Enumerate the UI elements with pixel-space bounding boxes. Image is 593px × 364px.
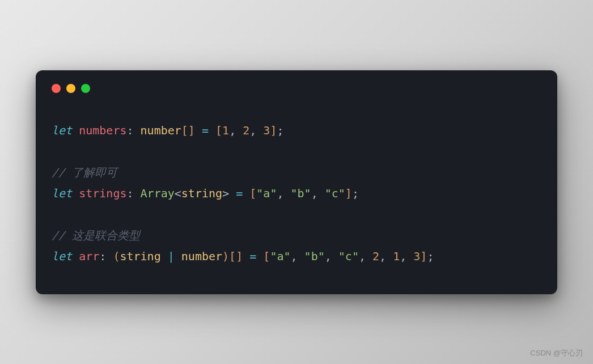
maximize-icon[interactable] (81, 84, 90, 93)
code-line-1: let numbers: number[] = [1, 2, 3]; (52, 124, 284, 137)
type-name: number (181, 249, 222, 263)
bracket-close: ] (270, 124, 277, 137)
code-block: let numbers: number[] = [1, 2, 3]; // 了解… (52, 120, 541, 267)
keyword-let: let (52, 187, 72, 200)
equals: = (243, 249, 263, 263)
identifier: numbers (79, 124, 126, 137)
paren-open: ( (113, 249, 120, 263)
type-name: number (141, 124, 181, 137)
bracket-close: ] (420, 249, 427, 263)
bracket-open: [ (215, 124, 222, 137)
string-literal: "c" (338, 249, 359, 263)
comma: , (325, 249, 338, 263)
equals: = (195, 124, 215, 137)
identifier: strings (79, 187, 126, 200)
paren-close: ) (222, 249, 229, 263)
comma: , (311, 187, 325, 200)
watermark: CSDN @守心刃 (530, 348, 583, 358)
colon: : (126, 124, 140, 137)
pipe: | (161, 249, 181, 263)
colon: : (99, 249, 113, 263)
semicolon: ; (352, 187, 359, 200)
equals: = (229, 187, 249, 200)
comma: , (291, 249, 304, 263)
string-literal: "a" (256, 187, 277, 200)
bracket-close: ] (345, 187, 352, 200)
string-literal: "b" (304, 249, 325, 263)
type-name: string (120, 249, 160, 263)
comma: , (379, 249, 393, 263)
comma: , (249, 124, 263, 137)
number-literal: 2 (372, 249, 379, 263)
type-array: Array (141, 187, 175, 200)
angle-open: < (175, 187, 181, 200)
keyword-let: let (52, 249, 72, 263)
code-window: let numbers: number[] = [1, 2, 3]; // 了解… (36, 70, 557, 294)
array-brackets: [] (181, 124, 195, 137)
string-literal: "c" (325, 187, 345, 200)
bracket-open: [ (263, 249, 270, 263)
comment-line: // 这是联合类型 (52, 228, 140, 242)
comma: , (400, 249, 413, 263)
number-literal: 2 (243, 124, 249, 137)
string-literal: "b" (291, 187, 311, 200)
code-line-3: let arr: (string | number)[] = ["a", "b"… (52, 249, 434, 263)
semicolon: ; (277, 124, 283, 137)
comment-line: // 了解即可 (52, 166, 117, 179)
semicolon: ; (427, 249, 434, 263)
number-literal: 3 (263, 124, 270, 137)
keyword-let: let (52, 124, 72, 137)
identifier: arr (79, 249, 99, 263)
number-literal: 1 (222, 124, 229, 137)
bracket-open: [ (249, 187, 256, 200)
code-line-2: let strings: Array<string> = ["a", "b", … (52, 187, 359, 200)
comma: , (229, 124, 243, 137)
array-brackets: [] (229, 249, 243, 263)
string-literal: "a" (270, 249, 290, 263)
comma: , (359, 249, 372, 263)
number-literal: 3 (413, 249, 420, 263)
minimize-icon[interactable] (66, 84, 75, 93)
number-literal: 1 (393, 249, 400, 263)
angle-close: > (222, 187, 229, 200)
close-icon[interactable] (52, 84, 61, 93)
colon: : (126, 187, 140, 200)
comma: , (277, 187, 290, 200)
window-titlebar (52, 84, 541, 93)
type-name: string (181, 187, 222, 200)
